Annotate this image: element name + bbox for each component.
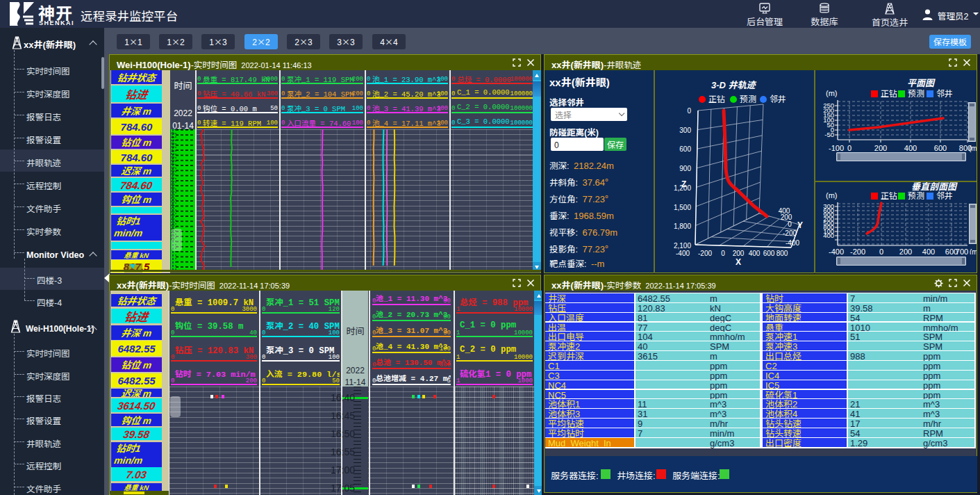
svg-text:-400: -400 xyxy=(786,239,799,247)
svg-text:600: 600 xyxy=(763,250,775,257)
svg-text:-50: -50 xyxy=(824,131,834,138)
svg-text:400: 400 xyxy=(749,250,761,257)
svg-text:400: 400 xyxy=(823,232,834,239)
svg-text:2,100: 2,100 xyxy=(674,242,691,250)
svg-text:1,500: 1,500 xyxy=(674,204,691,211)
svg-text:0: 0 xyxy=(721,250,725,257)
svg-text:(m): (m) xyxy=(970,248,977,254)
svg-text:200: 200 xyxy=(874,144,887,152)
svg-text:0: 0 xyxy=(687,107,691,115)
svg-text:(m): (m) xyxy=(969,145,977,152)
svg-text:-200: -200 xyxy=(698,250,712,257)
svg-text:800: 800 xyxy=(776,250,788,257)
svg-text:X: X xyxy=(736,257,741,267)
svg-text:-100: -100 xyxy=(829,144,844,152)
svg-text:300: 300 xyxy=(679,127,691,134)
svg-text:200: 200 xyxy=(899,248,912,254)
svg-text:0: 0 xyxy=(879,248,883,254)
svg-text:200: 200 xyxy=(733,250,745,257)
svg-text:-200: -200 xyxy=(850,248,865,254)
svg-text:600: 600 xyxy=(934,144,947,152)
svg-text:Z: Z xyxy=(681,179,686,189)
svg-text:400: 400 xyxy=(922,248,935,254)
svg-text:1,800: 1,800 xyxy=(674,222,691,230)
svg-text:Y: Y xyxy=(797,220,803,230)
svg-text:-200: -200 xyxy=(783,229,797,237)
svg-text:0: 0 xyxy=(788,220,792,228)
svg-text:900: 900 xyxy=(679,165,691,172)
svg-text:400: 400 xyxy=(904,144,917,152)
svg-text:600: 600 xyxy=(679,145,691,153)
svg-text:0: 0 xyxy=(847,144,852,152)
svg-text:-400: -400 xyxy=(676,250,690,257)
svg-text:-400: -400 xyxy=(829,248,844,254)
svg-text:700: 700 xyxy=(956,248,968,254)
